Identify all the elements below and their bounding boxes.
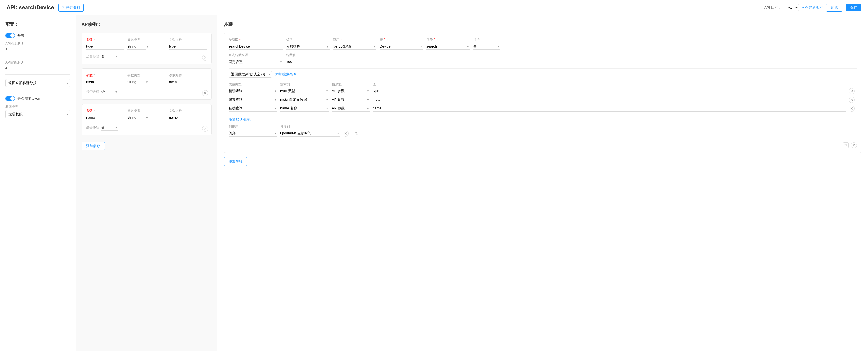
required-label-1: 是否必须	[86, 90, 99, 94]
param-input-2[interactable]	[86, 114, 124, 121]
param-type-dropdown-0[interactable]: string number boolean	[127, 43, 146, 50]
search-col-select-2[interactable]: type 类型 meta 自定义数据 name 名称	[280, 105, 329, 112]
step-table-label: 表 *	[380, 37, 423, 42]
search-col-select-0[interactable]: type 类型 meta 自定义数据 name 名称	[280, 88, 329, 94]
step-app-select[interactable]: lbs:LBS系统	[333, 43, 376, 50]
remove-param-2[interactable]: ✕	[202, 126, 208, 132]
search-type-select-wrap-0: 精确查询 模糊查询 嵌套查询	[228, 88, 277, 94]
sort-section: 添加默认排序... 列排序 排序列 倒序 正序	[228, 115, 857, 137]
value-source-field-2: API参数 固定值	[332, 105, 370, 112]
api-version-label: API 版本：	[764, 5, 782, 10]
version-select[interactable]: v1	[785, 4, 799, 11]
switch-toggle[interactable]	[5, 33, 15, 38]
value-input-0[interactable]	[373, 88, 846, 94]
step-parallel-select-wrap: 否 是	[473, 43, 500, 50]
divider-2	[5, 74, 70, 75]
step-type-select[interactable]: 云数据库 HTTP请求	[286, 43, 330, 50]
required-row-0: 是否必须 否 是	[86, 53, 207, 60]
sort-order-field: 倒序 正序	[228, 130, 277, 137]
steps-title: 步骤：	[224, 22, 862, 27]
sort-settings-icon[interactable]: ⇅	[353, 131, 360, 137]
steps-panel: 步骤： 步骤ID * 类型 云数据库 HTTP请求	[217, 15, 868, 351]
chevron-down-icon-2: ▾	[146, 116, 148, 119]
remove-sort-0[interactable]: ✕	[343, 131, 349, 137]
create-version-button[interactable]: + 创建新版本	[802, 5, 823, 10]
add-step-button[interactable]: 添加步骤	[224, 157, 247, 166]
step-table-select[interactable]: Device	[380, 43, 423, 50]
value-input-1[interactable]	[373, 96, 846, 103]
search-row-1: 精确查询 模糊查询 嵌套查询 type 类型 meta 自定义数据 name 名…	[228, 96, 857, 103]
return-all-select-wrap: 返回全部步骤数据	[5, 79, 70, 87]
version-select-wrap: v1	[785, 4, 799, 11]
remove-param-0[interactable]: ✕	[202, 55, 208, 61]
api-price-value: 4	[5, 66, 70, 70]
param-type-dropdown-2[interactable]: string number	[127, 114, 145, 121]
step-more-icon[interactable]: ⇅	[843, 142, 849, 148]
save-button[interactable]: 保存	[846, 4, 862, 11]
jichu-button[interactable]: ✎ 基础资料	[58, 3, 84, 12]
search-type-select-wrap-2: 精确查询 模糊查询 嵌套查询	[228, 105, 277, 112]
toggle-label: 开关	[18, 33, 25, 38]
remove-search-1[interactable]: ✕	[849, 97, 855, 103]
return-all-select[interactable]: 返回全部步骤数据	[5, 79, 70, 87]
required-row-1: 是否必须 否 是	[86, 89, 207, 95]
value-input-2[interactable]	[373, 105, 846, 112]
return-data-row: 返回数据列(默认全部) 添加搜索条件	[228, 68, 857, 78]
row-count-value-label: 行数值	[286, 53, 330, 58]
step-type-select-wrap: 云数据库 HTTP请求	[286, 43, 330, 50]
step-app-label: 应用 *	[333, 37, 376, 42]
remove-step-0[interactable]: ✕	[851, 142, 857, 148]
params-panel: API参数： 参数 * 参数类型 string number boolean	[76, 15, 217, 351]
remove-search-0[interactable]: ✕	[849, 88, 855, 94]
param-type-field-1: 参数类型 string number ▾	[127, 73, 165, 85]
value-source-select-2[interactable]: API参数 固定值	[332, 105, 370, 112]
required-select-2[interactable]: 否 是	[101, 124, 118, 131]
row-count-value-field: 行数值	[286, 53, 330, 65]
required-row-2: 是否必须 否 是	[86, 124, 207, 131]
return-data-select[interactable]: 返回数据列(默认全部)	[228, 71, 272, 78]
value-source-select-1[interactable]: API参数 固定值	[332, 96, 370, 103]
permission-select[interactable]: 无需权限 需要权限	[5, 110, 70, 118]
step-id-input[interactable]	[228, 43, 283, 50]
search-col-select-1[interactable]: type 类型 meta 自定义数据 name 名称	[280, 96, 329, 103]
row-count-value-input[interactable]	[286, 59, 330, 65]
param-name-input-2[interactable]	[169, 114, 207, 121]
search-type-select-2[interactable]: 精确查询 模糊查询 嵌套查询	[228, 105, 277, 112]
sort-order-select[interactable]: 倒序 正序	[228, 130, 277, 137]
row-count-source-select[interactable]: 固定设置 动态设置	[228, 59, 283, 65]
search-type-select-1[interactable]: 精确查询 模糊查询 嵌套查询	[228, 96, 277, 103]
param-name-input-0[interactable]	[169, 43, 207, 50]
api-price-row: API定价:RU 4	[5, 60, 70, 70]
search-section: 搜索类型 搜索列 值来源 值 精确查询 模糊查询 嵌套查询	[228, 82, 857, 112]
search-type-col-label: 搜索类型	[228, 82, 277, 86]
sort-col-select[interactable]: updatedAt 更新时间 createdAt 创建时间	[280, 130, 340, 137]
step-action-select[interactable]: search create update delete	[426, 43, 470, 50]
remove-search-2[interactable]: ✕	[849, 106, 855, 112]
sort-col-col-label: 排序列	[280, 124, 340, 129]
step-parallel-field: 并行 否 是	[473, 37, 500, 50]
param-type-dropdown-1[interactable]: string number	[127, 79, 145, 85]
step-id-label: 步骤ID *	[228, 37, 283, 42]
param-type-field-2: 参数类型 string number ▾	[127, 109, 165, 121]
param-input-0[interactable]	[86, 43, 124, 50]
required-select-1[interactable]: 否 是	[101, 89, 118, 95]
step-parallel-select[interactable]: 否 是	[473, 43, 500, 50]
param-name-input-1[interactable]	[169, 79, 207, 85]
value-source-select-0[interactable]: API参数 固定值	[332, 88, 370, 94]
return-all-row: 返回全部步骤数据	[5, 79, 70, 87]
divider-1	[5, 56, 70, 56]
param-type-label-0: 参数类型	[127, 37, 165, 42]
sort-col-select-wrap: updatedAt 更新时间 createdAt 创建时间	[280, 130, 340, 137]
token-toggle[interactable]	[5, 96, 15, 101]
search-type-select-0[interactable]: 精确查询 模糊查询 嵌套查询	[228, 88, 277, 94]
add-sort-label[interactable]: 添加默认排序...	[228, 117, 857, 122]
param-input-1[interactable]	[86, 79, 124, 85]
params-title: API参数：	[82, 22, 212, 27]
add-param-button[interactable]: 添加参数	[82, 142, 105, 150]
search-type-field-1: 精确查询 模糊查询 嵌套查询	[228, 96, 277, 103]
remove-param-1[interactable]: ✕	[202, 90, 208, 96]
test-button[interactable]: 调试	[826, 3, 842, 12]
add-search-button[interactable]: 添加搜索条件	[275, 72, 297, 77]
pencil-icon: ✎	[62, 5, 65, 9]
required-select-0[interactable]: 否 是	[101, 53, 118, 60]
